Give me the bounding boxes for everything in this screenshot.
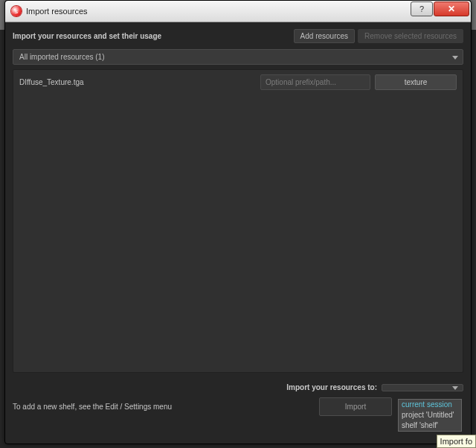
import-button[interactable]: Import <box>319 397 392 416</box>
hint-label: To add a new shelf, see the Edit / Setti… <box>13 403 319 411</box>
add-resources-button[interactable]: Add resources <box>294 29 355 43</box>
resource-name: DIffuse_Texture.tga <box>19 78 256 86</box>
instruction-label: Import your resources and set their usag… <box>13 32 161 40</box>
resource-type-label: texture <box>405 78 428 86</box>
close-button[interactable]: ✕ <box>434 1 469 16</box>
import-target-combo[interactable] <box>382 384 463 391</box>
prefix-input[interactable]: Optional prefix/path... <box>260 74 370 90</box>
resource-filter-label: All imported resources (1) <box>19 53 104 61</box>
chevron-down-icon <box>452 386 458 390</box>
resource-list: DIffuse_Texture.tga Optional prefix/path… <box>13 69 463 373</box>
remove-selected-button: Remove selected resources <box>358 29 463 43</box>
chevron-down-icon <box>452 56 458 60</box>
dropdown-option-current-session[interactable]: current session <box>399 400 461 410</box>
import-target-dropdown[interactable]: current session project 'Untitled' shelf… <box>398 399 462 432</box>
app-icon: s <box>11 6 22 16</box>
titlebar[interactable]: s Import resources ? ✕ <box>5 1 471 22</box>
help-icon: ? <box>419 5 424 13</box>
list-item[interactable]: DIffuse_Texture.tga Optional prefix/path… <box>13 70 463 95</box>
tooltip: Import fo <box>437 435 476 448</box>
window-title: Import resources <box>26 7 88 16</box>
resource-filter-combo[interactable]: All imported resources (1) <box>13 49 463 65</box>
dropdown-option-project[interactable]: project 'Untitled' <box>399 410 461 420</box>
dropdown-option-shelf[interactable]: shelf 'shelf' <box>399 420 461 431</box>
close-icon: ✕ <box>448 4 455 13</box>
import-target-label: Import your resources to: <box>286 383 377 391</box>
help-button[interactable]: ? <box>411 1 433 16</box>
resource-type-combo[interactable]: texture <box>375 74 457 90</box>
import-resources-dialog: s Import resources ? ✕ Import your resou… <box>4 0 472 444</box>
